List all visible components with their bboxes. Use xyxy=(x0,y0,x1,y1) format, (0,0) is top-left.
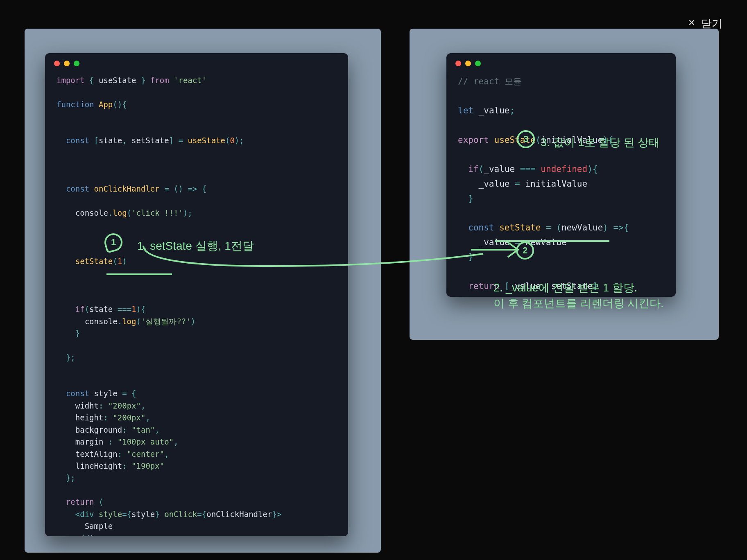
window-maximize-dot[interactable] xyxy=(475,61,481,66)
window-minimize-dot[interactable] xyxy=(64,61,70,66)
code-window-left: import { useState } from 'react' functio… xyxy=(45,53,348,536)
main-container: import { useState } from 'react' functio… xyxy=(25,29,722,560)
window-maximize-dot[interactable] xyxy=(74,61,79,66)
right-panel: // react 모듈 let _value; export useState(… xyxy=(410,29,719,340)
close-icon xyxy=(687,17,696,30)
code-content-right: // react 모듈 let _value; export useState(… xyxy=(446,70,676,297)
window-minimize-dot[interactable] xyxy=(465,61,471,66)
window-controls xyxy=(446,53,676,70)
window-controls xyxy=(45,53,348,70)
window-close-dot[interactable] xyxy=(54,61,60,66)
code-content-left: import { useState } from 'react' functio… xyxy=(45,70,348,536)
left-panel: import { useState } from 'react' functio… xyxy=(25,29,381,553)
window-close-dot[interactable] xyxy=(455,61,461,66)
code-window-right: // react 모듈 let _value; export useState(… xyxy=(446,53,676,297)
